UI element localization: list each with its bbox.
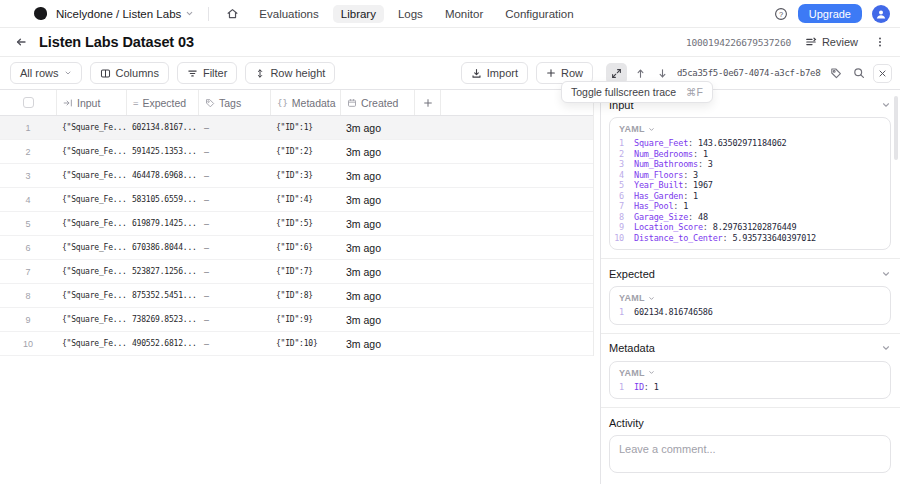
table-row[interactable]: 2 {"Square_Fe... 591425.1353... – {"ID":… [0, 140, 593, 164]
line-number: 4 [610, 170, 634, 181]
table-row[interactable]: 9 {"Square_Fe... 738269.8523... – {"ID":… [0, 308, 593, 332]
nav-item-library[interactable]: Library [333, 5, 384, 23]
back-button[interactable] [12, 33, 30, 51]
yaml-key: Num_Bedrooms [634, 149, 698, 160]
columns-label: Columns [116, 67, 159, 79]
table-row[interactable]: 8 {"Square_Fe... 875352.5451... – {"ID":… [0, 284, 593, 308]
cell-created: 3m ago [340, 242, 414, 254]
yaml-value: 1 [698, 149, 708, 160]
home-icon [226, 7, 239, 20]
activity-section: Activity products@nicelydone.club create… [601, 408, 900, 484]
yaml-key: ID [634, 382, 649, 393]
table-row[interactable]: 5 {"Square_Fe... 619879.1425... – {"ID":… [0, 212, 593, 236]
table-row[interactable]: 3 {"Square_Fe... 464478.6968... – {"ID":… [0, 164, 593, 188]
cell-expected: 875352.5451... [126, 291, 198, 300]
row-number: 4 [0, 195, 56, 205]
org-switcher[interactable]: Nicelydone / Listen Labs [56, 8, 194, 20]
cell-metadata: {"ID":9} [270, 315, 340, 324]
yaml-line: 5Year_Built1967 [610, 180, 890, 191]
yaml-key: Year_Built [634, 180, 688, 191]
next-row-button[interactable] [653, 64, 671, 82]
table-grid: Input = Expected Tags {} Metadata [0, 90, 594, 356]
column-header-tags[interactable]: Tags [198, 90, 270, 115]
row-number: 2 [0, 147, 56, 157]
yaml-format-dropdown[interactable]: YAML [610, 292, 890, 307]
home-button[interactable] [221, 4, 243, 24]
row-height-button[interactable]: Row height [245, 62, 335, 84]
app-window: Nicelydone / Listen Labs Evaluations Lib… [0, 0, 900, 484]
import-icon [471, 68, 482, 79]
cell-created: 3m ago [340, 194, 414, 206]
rows-filter-label: All rows [20, 67, 59, 79]
cell-created: 3m ago [340, 170, 414, 182]
calendar-icon [347, 98, 357, 108]
column-header-metadata[interactable]: {} Metadata [270, 90, 340, 115]
tags-button[interactable] [827, 64, 845, 82]
column-header-expected[interactable]: = Expected [126, 90, 198, 115]
yaml-value: 1 [649, 382, 659, 393]
yaml-key: Has_Pool [634, 201, 678, 212]
expected-section-header[interactable]: Expected [609, 264, 891, 283]
table-row[interactable]: 6 {"Square_Fe... 670386.8044... – {"ID":… [0, 236, 593, 260]
table-row[interactable]: 4 {"Square_Fe... 583105.6559... – {"ID":… [0, 188, 593, 212]
metadata-yaml-editor[interactable]: YAML 1ID1 [609, 361, 891, 400]
cell-metadata: {"ID":10} [270, 339, 340, 348]
yaml-label: YAML [619, 368, 645, 378]
column-header-input[interactable]: Input [56, 90, 126, 115]
user-avatar[interactable] [872, 5, 890, 23]
row-number: 6 [0, 243, 56, 253]
row-height-icon [255, 68, 265, 79]
comment-input[interactable] [609, 435, 891, 473]
column-header-created[interactable]: Created [340, 90, 414, 115]
yaml-value: 5.935733640397012 [727, 233, 816, 244]
yaml-format-dropdown[interactable]: YAML [610, 123, 890, 138]
rows-filter-dropdown[interactable]: All rows [10, 62, 82, 84]
cell-tags: – [198, 195, 270, 205]
table-row[interactable]: 1 {"Square_Fe... 602134.8167... – {"ID":… [0, 116, 593, 140]
import-button[interactable]: Import [461, 62, 528, 84]
more-options-button[interactable] [872, 36, 888, 48]
table-row[interactable]: 7 {"Square_Fe... 523827.1256... – {"ID":… [0, 260, 593, 284]
arrow-up-icon [635, 68, 646, 79]
chevron-down-icon [648, 126, 655, 133]
yaml-format-dropdown[interactable]: YAML [610, 367, 890, 382]
previous-row-button[interactable] [631, 64, 649, 82]
yaml-label: YAML [619, 124, 645, 134]
cell-input: {"Square_Fe... [56, 123, 126, 132]
tooltip-shortcut: ⌘F [686, 86, 703, 98]
cell-expected: 591425.1353... [126, 147, 198, 156]
input-yaml-editor[interactable]: YAML 1Square_Feet143.63502971184062 2Num… [609, 117, 891, 250]
nav-item-monitor[interactable]: Monitor [437, 5, 491, 23]
line-number: 1 [610, 307, 634, 318]
yaml-value: 48 [693, 212, 708, 223]
close-icon [878, 69, 887, 78]
expected-yaml-editor[interactable]: YAML 1602134.816746586 [609, 286, 891, 325]
activity-section-header: Activity [609, 413, 891, 432]
search-button[interactable] [850, 64, 868, 82]
metadata-section-header[interactable]: Metadata [609, 339, 891, 358]
nav-item-evaluations[interactable]: Evaluations [251, 5, 326, 23]
yaml-key: Distance_to_Center [634, 233, 727, 244]
back-arrow-icon [15, 36, 27, 48]
review-button[interactable]: Review [805, 36, 858, 48]
table-row[interactable]: 10 {"Square_Fe... 490552.6812... – {"ID"… [0, 332, 593, 356]
nav-item-configuration[interactable]: Configuration [497, 5, 581, 23]
top-nav: Nicelydone / Listen Labs Evaluations Lib… [0, 0, 900, 28]
nav-item-logs[interactable]: Logs [390, 5, 431, 23]
arrow-down-icon [657, 68, 668, 79]
add-column-button[interactable] [414, 90, 440, 115]
filter-button[interactable]: Filter [177, 62, 237, 84]
dataset-table: Input = Expected Tags {} Metadata [0, 90, 601, 484]
yaml-key: Garage_Size [634, 212, 693, 223]
select-all-checkbox[interactable] [23, 97, 34, 108]
upgrade-button[interactable]: Upgrade [798, 4, 862, 23]
panel-scrollbar[interactable] [894, 96, 898, 160]
chevron-down-icon [881, 269, 891, 279]
close-panel-button[interactable] [873, 64, 892, 83]
row-number: 9 [0, 315, 56, 325]
trace-toolbar-right [827, 64, 892, 83]
chevron-down-icon [185, 9, 194, 18]
help-icon[interactable]: ? [774, 7, 788, 21]
cell-tags: – [198, 315, 270, 325]
columns-button[interactable]: Columns [90, 62, 169, 84]
